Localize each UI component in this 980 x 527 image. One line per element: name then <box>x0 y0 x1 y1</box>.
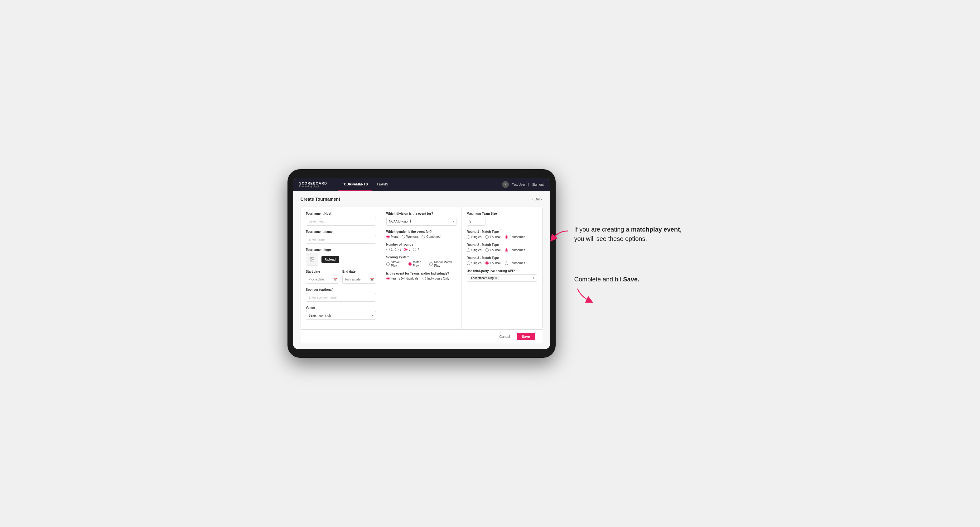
gender-womens[interactable]: Womens <box>402 235 418 238</box>
gender-mens-label: Mens <box>391 235 398 238</box>
annotation-top-text: If you are creating a matchplay event, y… <box>574 225 687 243</box>
venue-field: Venue Search golf club <box>306 306 376 320</box>
save-button[interactable]: Save <box>517 333 535 340</box>
page-title: Create Tournament <box>301 197 340 202</box>
round1-fourball-radio[interactable] <box>485 235 488 239</box>
round2-singles-label: Singles <box>471 248 482 252</box>
scoring-stroke-label: Stroke Play <box>391 260 405 267</box>
date-row: Start date 📅 End date <box>306 270 376 284</box>
gender-mens[interactable]: Mens <box>386 235 398 238</box>
gender-mens-radio[interactable] <box>386 235 390 238</box>
scoring-match[interactable]: Match Play <box>408 260 426 267</box>
nav-link-tournaments[interactable]: TOURNAMENTS <box>338 178 372 191</box>
nav-avatar: T <box>502 181 509 188</box>
sponsor-field: Sponsor (optional) <box>306 288 376 302</box>
arrow-bottom-icon <box>574 287 599 303</box>
third-party-label: Use third-party live scoring API? <box>467 269 537 273</box>
rounds-3-radio[interactable] <box>404 248 407 251</box>
scoring-stroke-radio[interactable] <box>386 262 390 266</box>
scoring-medal-radio[interactable] <box>430 262 433 266</box>
teams-teams-label: Teams (+Individuals) <box>391 277 420 280</box>
logo-placeholder <box>306 253 318 265</box>
nav-link-teams[interactable]: TEAMS <box>372 178 393 191</box>
round3-foursomes[interactable]: Foursomes <box>505 262 525 265</box>
back-chevron: ‹ <box>532 197 533 201</box>
gender-field: Which gender is the event for? Mens Wome… <box>386 230 457 238</box>
round3-fourball-label: Fourball <box>490 262 501 265</box>
round2-fourball[interactable]: Fourball <box>485 248 501 252</box>
form-col-2: Which division is the event for? NCAA Di… <box>381 207 462 329</box>
scoring-field: Scoring system Stroke Play Match Play <box>386 256 457 267</box>
rounds-radio-group: 1 2 3 <box>386 248 457 251</box>
rounds-4-label: 4 <box>417 248 419 251</box>
scoring-match-label: Match Play <box>413 260 426 267</box>
teams-individuals-radio[interactable] <box>423 277 426 280</box>
round1-singles-radio[interactable] <box>467 235 470 239</box>
annotation-top: If you are creating a matchplay event, y… <box>574 225 687 243</box>
scoring-medal[interactable]: Medal Match Play <box>430 260 456 267</box>
division-select[interactable]: NCAA Division I <box>386 217 457 225</box>
round3-singles-radio[interactable] <box>467 262 470 265</box>
scoring-match-radio[interactable] <box>408 262 412 266</box>
tournament-host-input[interactable] <box>306 217 376 225</box>
rounds-4[interactable]: 4 <box>413 248 419 251</box>
round1-foursomes[interactable]: Foursomes <box>505 235 525 239</box>
round1-singles[interactable]: Singles <box>467 235 482 239</box>
rounds-2[interactable]: 2 <box>395 248 402 251</box>
round3-section: Round 3 - Match Type Singles Fourball <box>467 256 537 265</box>
round2-singles-radio[interactable] <box>467 248 470 252</box>
round1-fourball[interactable]: Fourball <box>485 235 501 239</box>
teams-teams[interactable]: Teams (+Individuals) <box>386 277 420 280</box>
tablet-screen: SCOREBOARD Powered by clippit TOURNAMENT… <box>293 178 550 349</box>
page-content: Create Tournament ‹ Back Tournament Host <box>293 191 550 349</box>
sponsor-input[interactable] <box>306 293 376 302</box>
rounds-field: Number of rounds 1 2 <box>386 243 457 251</box>
venue-label: Venue <box>306 306 376 310</box>
tournament-name-input[interactable] <box>306 235 376 244</box>
upload-button[interactable]: Upload <box>321 256 340 263</box>
round3-fourball-radio[interactable] <box>485 262 488 265</box>
round1-singles-label: Singles <box>471 235 482 239</box>
teams-individuals[interactable]: Individuals Only <box>423 277 449 280</box>
round3-label: Round 3 - Match Type <box>467 256 537 260</box>
nav-signout[interactable]: Sign out <box>532 183 544 186</box>
gender-womens-radio[interactable] <box>402 235 405 238</box>
back-button[interactable]: ‹ Back <box>532 197 542 201</box>
venue-select[interactable]: Search golf club <box>306 311 376 320</box>
teams-teams-radio[interactable] <box>386 277 390 280</box>
round2-section: Round 2 - Match Type Singles Fourball <box>467 243 537 252</box>
teams-label: Is this event for Teams and/or Individua… <box>386 272 457 275</box>
gender-label: Which gender is the event for? <box>386 230 457 233</box>
form-col-1: Tournament Host Tournament name Tourname… <box>301 207 381 329</box>
third-party-remove[interactable]: ✕ <box>495 276 497 279</box>
gender-combined[interactable]: Combined <box>422 235 441 238</box>
round3-singles[interactable]: Singles <box>467 262 482 265</box>
third-party-select[interactable]: Leaderboard King ✕ ▾ <box>467 274 537 282</box>
form-footer: Cancel Save <box>301 329 542 343</box>
max-team-size-input[interactable] <box>467 217 485 225</box>
round2-singles[interactable]: Singles <box>467 248 482 252</box>
scoring-stroke[interactable]: Stroke Play <box>386 260 405 267</box>
round2-foursomes-radio[interactable] <box>505 248 508 252</box>
teams-field: Is this event for Teams and/or Individua… <box>386 272 457 280</box>
cancel-button[interactable]: Cancel <box>496 333 514 340</box>
rounds-2-radio[interactable] <box>395 248 398 251</box>
rounds-3[interactable]: 3 <box>404 248 410 251</box>
rounds-1[interactable]: 1 <box>386 248 393 251</box>
round2-fourball-radio[interactable] <box>485 248 488 252</box>
round1-foursomes-radio[interactable] <box>505 235 508 239</box>
round2-foursomes[interactable]: Foursomes <box>505 248 525 252</box>
arrow-top-icon <box>546 228 571 243</box>
round3-fourball[interactable]: Fourball <box>485 262 501 265</box>
third-party-chevron: ▾ <box>533 276 535 279</box>
rounds-1-label: 1 <box>391 248 393 251</box>
annotation-bottom: Complete and hit Save. <box>574 275 687 303</box>
rounds-1-radio[interactable] <box>386 248 390 251</box>
gender-womens-label: Womens <box>406 235 418 238</box>
annotation-top-text-2: you will see these options. <box>574 235 647 242</box>
start-date-wrap: 📅 <box>306 275 340 284</box>
start-date-label: Start date <box>306 270 340 273</box>
gender-combined-radio[interactable] <box>422 235 425 238</box>
round3-foursomes-radio[interactable] <box>505 262 508 265</box>
rounds-4-radio[interactable] <box>413 248 416 251</box>
